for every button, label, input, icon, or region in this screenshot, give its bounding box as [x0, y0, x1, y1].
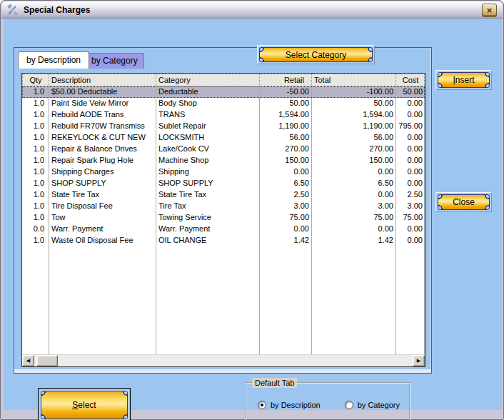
table-cell[interactable]: 1.0 — [22, 189, 49, 201]
horizontal-scrollbar[interactable]: ◀ ▶ — [22, 354, 425, 366]
table-cell[interactable]: Repair Spark Plug Hole — [49, 155, 156, 166]
table-row[interactable]: 0.0Warr. PaymentWarr. Payment0.000.000.0… — [22, 224, 425, 235]
table-cell[interactable]: -50.00 — [260, 86, 312, 98]
table-cell[interactable]: 0.00 — [396, 132, 425, 144]
table-cell[interactable]: 0.00 — [260, 166, 312, 178]
table-cell[interactable]: Deductable — [156, 86, 260, 98]
table-cell[interactable]: 1.0 — [22, 98, 49, 109]
table-row[interactable]: 1.0TowTowing Service75.0075.0075.00 — [22, 212, 425, 224]
table-cell[interactable]: 3.00 — [260, 201, 312, 212]
table-cell[interactable]: OIL CHANGE — [156, 235, 260, 246]
table-cell[interactable]: 1,190.00 — [312, 121, 396, 132]
table-cell[interactable]: 0.00 — [396, 144, 425, 155]
table-cell[interactable]: TRANS — [156, 109, 260, 121]
tab-by-category[interactable]: by Category — [85, 53, 144, 69]
column-header-total[interactable]: Total — [312, 74, 396, 86]
table-cell[interactable]: 1.0 — [22, 201, 49, 212]
table-cell[interactable]: 1.0 — [22, 144, 49, 155]
select-button[interactable]: Select — [38, 388, 131, 420]
table-row[interactable]: 1.0Repair Spark Plug HoleMachine Shop150… — [22, 155, 425, 166]
table-cell[interactable]: Towing Service — [156, 212, 260, 224]
table-cell[interactable]: 1.0 — [22, 235, 49, 246]
column-header-cost[interactable]: Cost — [396, 74, 425, 86]
table-cell[interactable]: SHOP SUPPLY — [156, 178, 260, 189]
table-cell[interactable]: Warr. Payment — [156, 224, 260, 235]
table-row[interactable]: 1.0Paint Side Veiw MirrorBody Shop50.005… — [22, 98, 425, 109]
table-cell[interactable]: 75.00 — [396, 212, 425, 224]
column-header-description[interactable]: Description — [49, 74, 156, 86]
table-cell[interactable]: 270.00 — [312, 144, 396, 155]
table-cell[interactable]: 2.50 — [260, 189, 312, 201]
table-cell[interactable]: $50.00 Deductable — [49, 86, 156, 98]
table-cell[interactable]: 0.00 — [396, 224, 425, 235]
table-cell[interactable]: Machine Shop — [156, 155, 260, 166]
scroll-right-button[interactable]: ▶ — [413, 355, 425, 366]
table-cell[interactable]: 150.00 — [312, 155, 396, 166]
table-cell[interactable]: 0.00 — [260, 224, 312, 235]
table-cell[interactable]: 0.00 — [396, 178, 425, 189]
table-row[interactable]: 1.0$50.00 DeductableDeductable-50.00-100… — [22, 86, 425, 98]
table-cell[interactable]: REKEYLOCK & CUT NEW — [49, 132, 156, 144]
table-cell[interactable]: Shipping — [156, 166, 260, 178]
table-cell[interactable]: 270.00 — [260, 144, 312, 155]
table-row[interactable]: 1.0REKEYLOCK & CUT NEWLOCKSMITH56.0056.0… — [22, 132, 425, 144]
table-cell[interactable]: 1.0 — [22, 121, 49, 132]
table-row[interactable]: 1.0State Tire TaxState Tire Tax2.500.002… — [22, 189, 425, 201]
table-row[interactable]: 1.0Tire Disposal FeeTire Tax3.003.003.00 — [22, 201, 425, 212]
table-cell[interactable]: 0.00 — [396, 155, 425, 166]
table-cell[interactable]: 1.42 — [260, 235, 312, 246]
table-cell[interactable]: 0.00 — [396, 235, 425, 246]
table-cell[interactable]: 0.00 — [312, 224, 396, 235]
table-cell[interactable]: 1,594.00 — [260, 109, 312, 121]
table-cell[interactable]: Tow — [49, 212, 156, 224]
table-row[interactable]: 1.0SHOP SUPPLYSHOP SUPPLY6.506.500.00 — [22, 178, 425, 189]
column-header-qty[interactable]: Qty — [22, 74, 49, 86]
table-cell[interactable]: Paint Side Veiw Mirror — [49, 98, 156, 109]
table-cell[interactable]: 1.0 — [22, 178, 49, 189]
table-row[interactable]: 1.0Repair & Balance DrivesLake/Cook CV27… — [22, 144, 425, 155]
select-category-button[interactable]: Select Category — [257, 45, 375, 64]
table-cell[interactable]: Rebuild FR70W Transmiss — [49, 121, 156, 132]
close-icon[interactable]: × — [482, 4, 497, 17]
radio-button-icon[interactable] — [345, 401, 353, 409]
table-cell[interactable]: 3.00 — [312, 201, 396, 212]
table-cell[interactable]: 795.00 — [396, 121, 425, 132]
table-cell[interactable]: Warr. Payment — [49, 224, 156, 235]
table-cell[interactable]: -100.00 — [312, 86, 396, 98]
table-cell[interactable]: 75.00 — [312, 212, 396, 224]
table-cell[interactable]: LOCKSMITH — [156, 132, 260, 144]
table-cell[interactable]: 6.50 — [312, 178, 396, 189]
table-cell[interactable]: Tire Disposal Fee — [49, 201, 156, 212]
table-cell[interactable]: 150.00 — [260, 155, 312, 166]
table-cell[interactable]: 56.00 — [260, 132, 312, 144]
table-cell[interactable]: 1.0 — [22, 109, 49, 121]
table-cell[interactable]: 1.0 — [22, 86, 49, 98]
table-row[interactable]: 1.0Rebuild FR70W TransmissSublet Repair1… — [22, 121, 425, 132]
table-cell[interactable]: 0.00 — [312, 166, 396, 178]
table-cell[interactable]: SHOP SUPPLY — [49, 178, 156, 189]
table-cell[interactable]: State Tire Tax — [49, 189, 156, 201]
radio-button-icon[interactable] — [258, 401, 266, 409]
table-cell[interactable]: 1.0 — [22, 155, 49, 166]
table-cell[interactable]: 1.42 — [312, 235, 396, 246]
table-cell[interactable]: 50.00 — [312, 98, 396, 109]
table-cell[interactable]: 0.00 — [312, 189, 396, 201]
table-row[interactable]: 1.0Shipping ChargesShipping0.000.000.00 — [22, 166, 425, 178]
tab-by-description[interactable]: by Description — [18, 51, 89, 69]
table-cell[interactable]: Sublet Repair — [156, 121, 260, 132]
table-cell[interactable]: 0.00 — [396, 166, 425, 178]
table-cell[interactable]: Repair & Balance Drives — [49, 144, 156, 155]
table-cell[interactable]: 1.0 — [22, 132, 49, 144]
table-row[interactable]: 1.0Waste Oil Disposal FeeOIL CHANGE1.421… — [22, 235, 425, 246]
scroll-left-button[interactable]: ◀ — [22, 355, 34, 366]
table-cell[interactable]: 0.00 — [396, 109, 425, 121]
table-cell[interactable]: 1,594.00 — [312, 109, 396, 121]
table-cell[interactable]: 1,190.00 — [260, 121, 312, 132]
table-cell[interactable]: 1.0 — [22, 212, 49, 224]
table-cell[interactable]: Tire Tax — [156, 201, 260, 212]
insert-button[interactable]: Insert — [435, 70, 492, 90]
table-cell[interactable]: 3.00 — [396, 201, 425, 212]
scrollbar-thumb[interactable] — [36, 355, 58, 366]
table-cell[interactable]: 75.00 — [260, 212, 312, 224]
table-cell[interactable]: Body Shop — [156, 98, 260, 109]
